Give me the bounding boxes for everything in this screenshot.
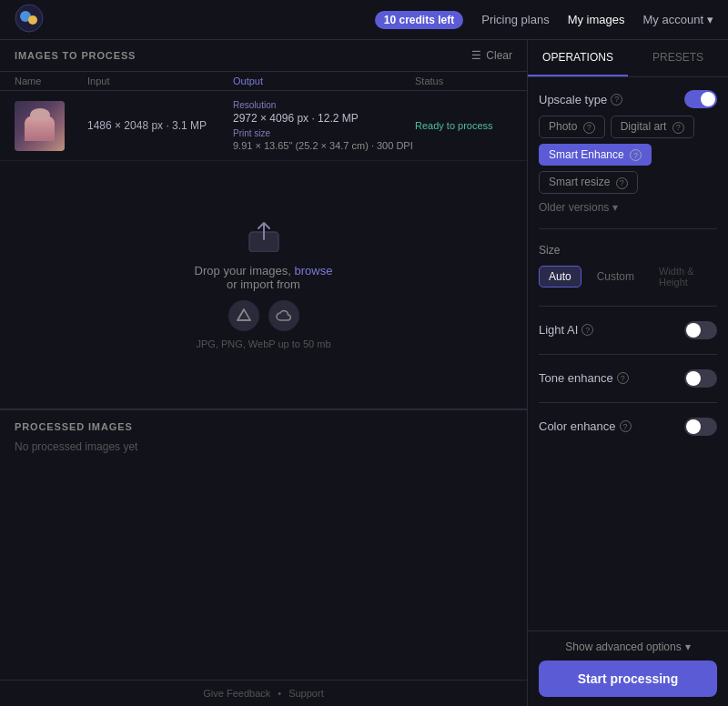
smart-resize-info[interactable]: ? (616, 177, 628, 189)
custom-size-option[interactable]: Custom (587, 266, 644, 287)
section-title: IMAGES TO PROCESS (15, 50, 136, 61)
smart-resize-option[interactable]: Smart resize ? (539, 171, 638, 194)
enhance-mode-group: Smart Enhance ? Smart resize ? (539, 144, 717, 194)
size-section: Size Auto Custom Width & Height (539, 244, 717, 291)
svg-marker-4 (238, 309, 250, 320)
col-output: Output (233, 76, 415, 86)
light-ai-label: Light AI ? (539, 323, 593, 337)
chevron-down-icon: ▾ (612, 201, 618, 214)
pricing-link[interactable]: Pricing plans (481, 13, 549, 26)
support-link[interactable]: Support (288, 688, 324, 699)
upload-sources (228, 300, 299, 331)
col-input: Input (87, 76, 233, 86)
color-enhance-info[interactable]: ? (620, 420, 632, 432)
light-ai-toggle[interactable] (684, 321, 717, 339)
color-enhance-row: Color enhance ? (539, 418, 717, 436)
divider4 (539, 402, 717, 403)
operations-content: Upscale type ? Photo ? Digital art ? (528, 77, 728, 630)
resolution-value: 2972 × 4096 px · 12.2 MP (233, 112, 415, 125)
width-height-option[interactable]: Width & Height (650, 262, 717, 291)
upload-area[interactable]: Drop your images, browse or import from (0, 161, 527, 409)
status-badge: Ready to process (415, 120, 524, 131)
processed-section: PROCESSED IMAGES No processed images yet (0, 409, 527, 469)
svg-point-2 (28, 15, 37, 25)
processed-title: PROCESSED IMAGES (15, 421, 133, 432)
light-ai-info[interactable]: ? (581, 324, 593, 336)
right-panel: OPERATIONS PRESETS Upscale type ? Photo (528, 40, 728, 706)
digital-art-option[interactable]: Digital art ? (611, 116, 694, 138)
tone-enhance-info[interactable]: ? (617, 372, 629, 384)
my-account-link[interactable]: My account ▾ (643, 13, 713, 26)
color-enhance-toggle[interactable] (684, 418, 717, 436)
logo (15, 4, 44, 35)
print-size-value: 9.91 × 13.65" (25.2 × 34.7 cm) · 300 DPI (233, 140, 415, 151)
image-thumbnail[interactable] (15, 101, 65, 151)
upscale-type-row: Upscale type ? (539, 90, 717, 108)
no-processed-message: No processed images yet (15, 433, 512, 460)
clear-icon: ☰ (471, 49, 481, 62)
divider1 (539, 228, 717, 229)
top-nav: 10 credits left Pricing plans My images … (0, 0, 728, 40)
print-size-label: Print size (233, 128, 415, 138)
col-status: Status (415, 76, 524, 86)
light-ai-row: Light AI ? (539, 321, 717, 339)
svg-line-5 (238, 309, 244, 320)
smart-enhance-option[interactable]: Smart Enhance ? (539, 144, 652, 166)
output-info: Resolution 2972 × 4096 px · 12.2 MP Prin… (233, 100, 415, 151)
panel-tabs: OPERATIONS PRESETS (528, 40, 728, 77)
advanced-options-button[interactable]: Show advanced options ▾ (539, 640, 717, 653)
upscale-mode-group: Photo ? Digital art ? (539, 116, 717, 138)
upscale-type-label: Upscale type ? (539, 93, 622, 106)
upscale-type-info[interactable]: ? (611, 94, 622, 106)
auto-size-option[interactable]: Auto (539, 266, 581, 287)
smart-enhance-info[interactable]: ? (630, 149, 642, 161)
main-layout: IMAGES TO PROCESS ☰ Clear Name Input Out… (0, 40, 728, 706)
cloud-button[interactable] (268, 300, 299, 331)
color-enhance-label: Color enhance ? (539, 419, 632, 433)
footer: Give Feedback • Support (0, 680, 527, 706)
images-to-process-header: IMAGES TO PROCESS ☰ Clear (0, 40, 527, 72)
tone-enhance-row: Tone enhance ? (539, 369, 717, 388)
give-feedback-link[interactable]: Give Feedback (203, 688, 270, 699)
start-processing-button[interactable]: Start processing (539, 661, 717, 697)
col-name: Name (15, 76, 87, 86)
tone-enhance-label: Tone enhance ? (539, 371, 629, 385)
my-images-link[interactable]: My images (568, 13, 625, 26)
browse-link[interactable]: browse (294, 264, 332, 277)
tab-presets[interactable]: PRESETS (628, 40, 728, 76)
upscale-type-section: Upscale type ? Photo ? Digital art ? (539, 90, 717, 214)
table-header: Name Input Output Status (0, 72, 527, 91)
tab-operations[interactable]: OPERATIONS (528, 40, 628, 76)
photo-info[interactable]: ? (583, 122, 595, 134)
resolution-label: Resolution (233, 100, 415, 110)
upload-hint: JPG, PNG, WebP up to 50 mb (196, 338, 330, 349)
credits-badge[interactable]: 10 credits left (375, 11, 463, 29)
google-drive-button[interactable] (228, 300, 259, 331)
upscale-type-toggle[interactable] (684, 90, 717, 108)
chevron-down-icon: ▾ (685, 640, 691, 653)
left-panel: IMAGES TO PROCESS ☰ Clear Name Input Out… (0, 40, 528, 706)
clear-button[interactable]: ☰ Clear (471, 49, 512, 62)
divider2 (539, 306, 717, 307)
divider3 (539, 354, 717, 355)
input-info: 1486 × 2048 px · 3.1 MP (87, 119, 233, 132)
digital-art-info[interactable]: ? (672, 122, 684, 134)
photo-option[interactable]: Photo ? (539, 116, 605, 138)
chevron-down-icon: ▾ (707, 13, 713, 26)
upload-text: Drop your images, browse or import from (195, 264, 333, 291)
older-versions-button[interactable]: Older versions ▾ (539, 201, 717, 214)
bottom-panel: Show advanced options ▾ Start processing (528, 630, 728, 706)
tone-enhance-toggle[interactable] (684, 369, 717, 388)
size-options: Auto Custom Width & Height (539, 262, 717, 291)
size-label: Size (539, 244, 717, 257)
table-row: 1486 × 2048 px · 3.1 MP Resolution 2972 … (0, 91, 527, 161)
nav-right: 10 credits left Pricing plans My images … (375, 11, 713, 29)
upload-icon (246, 219, 282, 255)
